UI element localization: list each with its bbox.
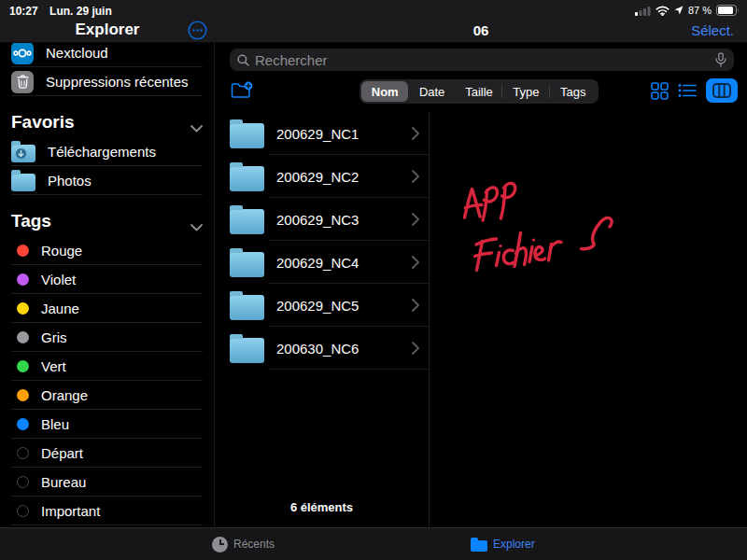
sidebar-item-label: Jaune (41, 301, 79, 316)
chevron-right-icon (412, 127, 419, 140)
sidebar-item-jaune[interactable]: Jaune (0, 294, 214, 323)
sort-option-taille[interactable]: Taille (456, 81, 502, 102)
tab-recents-label: Récents (233, 538, 275, 551)
blue-folder-icon (471, 540, 487, 552)
tag-color-dot (17, 360, 29, 372)
sidebar-item-label: Important (41, 503, 100, 519)
sort-option-nom[interactable]: Nom (361, 81, 408, 102)
preview-column (430, 112, 747, 527)
sidebar-item-label: Départ (41, 445, 83, 461)
more-options-button[interactable] (188, 21, 207, 40)
location-arrow-icon (674, 6, 684, 15)
ellipsis-circle-icon (188, 21, 207, 40)
sidebar-section-header-favoris[interactable]: Favoris (0, 96, 214, 137)
folder-icon (11, 174, 35, 191)
battery-percent: 87 % (688, 5, 712, 16)
grid-view-icon (651, 82, 669, 100)
new-folder-button[interactable] (231, 81, 253, 100)
list-view-icon (678, 83, 697, 98)
sidebar-item-photos[interactable]: Photos (0, 166, 214, 195)
list-view-button[interactable] (678, 83, 697, 98)
sidebar-item-label: Photos (48, 173, 92, 189)
search-icon (237, 54, 249, 66)
folder-name: 200630_NC6 (276, 341, 412, 357)
sidebar-item-bleu[interactable]: Bleu (0, 410, 214, 439)
select-button[interactable]: Sélect. (691, 22, 734, 38)
tag-outline-dot (17, 476, 29, 488)
grid-view-button[interactable] (651, 82, 669, 100)
sidebar-item-violet[interactable]: Violet (0, 265, 214, 294)
folder-row[interactable]: 200630_NC6 (215, 327, 429, 370)
section-title: Tags (11, 211, 51, 231)
chevron-down-icon (190, 125, 203, 133)
sort-option-type[interactable]: Type (502, 81, 549, 102)
search-input[interactable]: Rechercher (230, 49, 734, 71)
sidebar-item-label: Rouge (41, 243, 82, 259)
top-header: 10:27 Lun. 29 juin 87 % (0, 0, 747, 43)
toolbar-controls-row: NomDateTailleTypeTags (215, 78, 747, 105)
sidebar-item-label: Bureau (41, 474, 86, 490)
tab-recents[interactable]: Récents (212, 528, 275, 560)
tag-color-dot (17, 389, 29, 401)
main-area: NextcloudSuppressions récentesFavorisTél… (0, 43, 747, 527)
sidebar-item-bureau[interactable]: Bureau (0, 468, 214, 497)
item-count-footer: 6 éléments (215, 500, 429, 514)
clock-icon (212, 537, 228, 553)
browser-columns: 200629_NC1200629_NC2200629_NC3200629_NC4… (215, 112, 747, 527)
handwriting-annotation (430, 112, 747, 527)
folder-row[interactable]: 200629_NC1 (215, 112, 429, 155)
section-title: Favoris (11, 112, 75, 133)
toolbar: Rechercher (215, 43, 747, 112)
tab-explorer[interactable]: Explorer (471, 528, 535, 560)
folder-row[interactable]: 200629_NC3 (215, 198, 429, 241)
sidebar-item-label: Suppressions récentes (46, 74, 189, 90)
clock-time: 10:27 (9, 5, 38, 18)
sidebar-item-t-l-chargements[interactable]: Téléchargements (0, 137, 214, 166)
sidebar-item-label: Violet (41, 272, 76, 287)
folder-icon (230, 295, 264, 320)
columns-view-button-selected[interactable] (706, 78, 738, 103)
bottom-tab-bar: Récents Explorer (0, 527, 747, 560)
tag-color-dot (17, 273, 29, 286)
sidebar-title: Explorer (0, 21, 215, 39)
sort-option-date[interactable]: Date (408, 81, 455, 102)
tag-color-dot (17, 418, 29, 430)
sidebar-section-header-tags[interactable]: Tags (0, 195, 214, 236)
sidebar-item-d-part[interactable]: Départ (0, 439, 214, 468)
folder-row[interactable]: 200629_NC2 (215, 155, 429, 198)
tag-color-dot (17, 245, 29, 257)
sidebar-item-rouge[interactable]: Rouge (0, 236, 214, 265)
chevron-right-icon (412, 256, 419, 269)
folder-row[interactable]: 200629_NC5 (215, 284, 429, 327)
content-area: Rechercher (215, 43, 747, 527)
sidebar-item-nextcloud[interactable]: Nextcloud (0, 43, 214, 67)
status-left: 10:27 Lun. 29 juin (9, 5, 112, 18)
nextcloud-icon (11, 43, 34, 64)
sidebar-item-label: Nextcloud (46, 45, 108, 61)
sidebar-item-gris[interactable]: Gris (0, 323, 214, 352)
cellular-signal-icon (635, 6, 651, 16)
trash-icon (11, 71, 34, 93)
sidebar-item-suppressions-r-centes[interactable]: Suppressions récentes (0, 67, 214, 96)
folder-icon (230, 252, 264, 277)
chevron-right-icon (412, 213, 419, 226)
sidebar-item-orange[interactable]: Orange (0, 381, 214, 410)
folder-name: 200629_NC2 (276, 169, 412, 185)
sidebar-item-label: Bleu (41, 416, 69, 432)
folder-row[interactable]: 200629_NC4 (215, 241, 429, 284)
tag-outline-dot (17, 447, 29, 459)
sidebar-item-important[interactable]: Important (0, 497, 214, 525)
sort-option-tags[interactable]: Tags (550, 81, 597, 102)
folder-name: 200629_NC4 (276, 255, 412, 271)
status-date: Lun. 29 juin (49, 5, 112, 18)
columns-view-icon (712, 83, 731, 98)
files-app-screen: 10:27 Lun. 29 juin 87 % (0, 0, 747, 560)
sidebar-item-label: Vert (41, 358, 66, 374)
chevron-right-icon (412, 299, 419, 312)
search-placeholder: Rechercher (255, 52, 715, 68)
folder-icon (230, 209, 264, 234)
dictation-mic-icon[interactable] (715, 52, 726, 67)
battery-icon (716, 5, 740, 16)
folder-name: 200629_NC1 (276, 126, 412, 142)
sidebar-item-vert[interactable]: Vert (0, 352, 214, 381)
